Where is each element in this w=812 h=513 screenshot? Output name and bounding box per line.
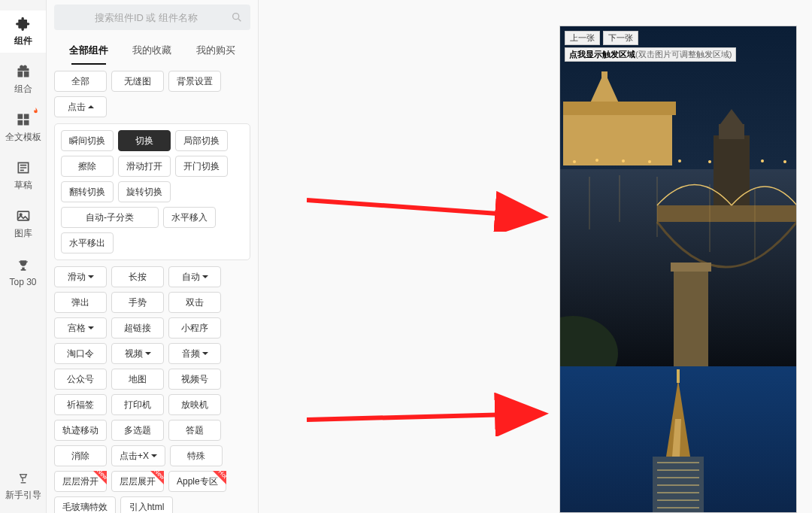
chip-label: 多选题 [124,424,151,437]
chip-c-0[interactable]: 滑动 [54,266,107,287]
chip-c-9[interactable]: 淘口令 [54,343,107,364]
chip-b-5[interactable]: 开门切换 [175,156,228,177]
rail-item-drafts[interactable]: 草稿 [0,155,46,197]
next-image-button[interactable]: 下一张 [603,31,638,45]
chip-c-4[interactable]: 手势 [111,292,164,313]
chip-label: 局部切换 [183,135,220,147]
chip-c-5[interactable]: 双击 [168,292,221,313]
chip-c-1[interactable]: 长按 [111,266,164,287]
chip-label: 背景设置 [177,75,213,88]
chip-c-15[interactable]: 祈福签 [54,394,107,415]
svg-rect-3 [23,120,29,126]
chip-c-19[interactable]: 多选题 [111,420,164,441]
svg-point-20 [708,160,711,163]
chip-c-7[interactable]: 超链接 [111,317,164,338]
chip-c-2[interactable]: 自动 [168,266,221,287]
preview-image-1[interactable] [560,26,796,366]
chip-c-16[interactable]: 打印机 [111,394,164,415]
rail-item-gallery[interactable]: 图库 [0,203,46,245]
category-group-b: 瞬间切换切换局部切换擦除滑动打开开门切换翻转切换旋转切换自动-子分类水平移入水平… [54,123,250,260]
tab-purchased[interactable]: 我的购买 [184,38,247,65]
chip-c-6[interactable]: 宫格 [54,317,107,338]
chip-label: 弹出 [71,296,89,309]
chip-c-17[interactable]: 放映机 [168,394,221,415]
search-input[interactable] [62,12,231,23]
rail-item-components[interactable]: 组件 [0,11,46,53]
svg-point-22 [761,159,764,162]
chip-label: 开门切换 [183,160,220,173]
rail-label: 组合 [14,83,32,96]
chip-label: 手势 [129,296,147,309]
chip-c-28[interactable]: 引入html [120,496,173,513]
rail-item-top30[interactable]: Top 30 [0,251,46,293]
component-side-panel: 全部组件 我的收藏 我的购买 全部 无缝图 背景设置 点击 瞬间切换切换局部切换… [47,0,259,513]
chip-b-6[interactable]: 翻转切换 [61,181,114,202]
chip-b-2[interactable]: 局部切换 [175,130,228,151]
chip-label: 轨迹移动 [62,424,98,437]
chevron-up-icon [86,102,94,112]
chip-c-11[interactable]: 音频 [168,343,221,364]
rail-label: 草稿 [14,179,32,192]
svg-rect-13 [601,71,607,87]
category-scroll[interactable]: 全部 无缝图 背景设置 点击 瞬间切换切换局部切换擦除滑动打开开门切换翻转切换旋… [47,65,258,513]
chip-label: 自动-子分类 [86,211,134,224]
prev-image-button[interactable]: 上一张 [565,31,600,45]
chip-seamless[interactable]: 无缝图 [111,71,164,92]
rail-item-guide[interactable]: 新手引导 [0,465,46,507]
svg-rect-27 [657,205,796,222]
chip-c-25[interactable]: 层层展开New [111,471,164,492]
tab-all-components[interactable]: 全部组件 [57,38,120,65]
left-icon-rail: 组件 组合 全文模板 草稿 图库 Top 30 [0,0,47,513]
chip-c-26[interactable]: Apple专区Hot [168,471,226,492]
chip-b-10[interactable]: 水平移出 [61,232,114,253]
chip-c-12[interactable]: 公众号 [54,369,107,390]
chip-c-14[interactable]: 视频号 [168,369,221,390]
svg-rect-0 [17,114,23,120]
chevron-down-icon [86,272,94,282]
chip-b-3[interactable]: 擦除 [61,156,114,177]
chip-c-3[interactable]: 弹出 [54,292,107,313]
chip-c-21[interactable]: 消除 [54,445,107,466]
rail-item-templates[interactable]: 全文模板 [0,107,46,149]
chip-c-23[interactable]: 特殊 [170,445,223,466]
rail-label: 全文模板 [5,131,41,144]
chip-c-10[interactable]: 视频 [111,343,164,364]
tab-favorites[interactable]: 我的收藏 [120,38,183,65]
preview-image-2[interactable] [560,366,796,513]
chip-b-4[interactable]: 滑动打开 [118,156,171,177]
btn-label: 上一张 [570,33,595,42]
svg-rect-25 [719,124,744,139]
search-icon [231,11,243,23]
chip-c-20[interactable]: 答题 [168,420,221,441]
chip-b-9[interactable]: 水平移入 [163,207,216,228]
svg-rect-49 [677,369,680,383]
chip-c-18[interactable]: 轨迹移动 [54,420,107,441]
chip-c-24[interactable]: 层层滑开New [54,471,107,492]
chip-label: 长按 [129,271,147,284]
rail-item-combos[interactable]: 组合 [0,59,46,101]
chip-label: Apple专区 [177,475,218,488]
chip-label: 翻转切换 [69,186,105,199]
chip-label: 淘口令 [67,348,94,360]
chip-b-7[interactable]: 旋转切换 [118,181,171,202]
chip-label: 消除 [71,450,89,463]
chip-b-0[interactable]: 瞬间切换 [61,130,114,151]
chip-label: 宫格 [68,322,86,335]
trigger-area-hint[interactable]: 点我显示触发区域 (双击图片可调整触发区域) [565,47,736,62]
svg-point-19 [678,159,681,162]
chevron-down-icon [86,323,94,333]
chip-c-13[interactable]: 地图 [111,369,164,390]
chip-b-8[interactable]: 自动-子分类 [61,207,159,228]
chip-c-22[interactable]: 点击+X [111,445,165,466]
chip-c-8[interactable]: 小程序 [168,317,221,338]
annotation-arrow-2 [307,391,555,436]
search-bar[interactable] [54,5,250,30]
chip-click[interactable]: 点击 [54,96,107,117]
chip-all[interactable]: 全部 [54,71,107,92]
tab-label: 全部组件 [69,44,108,56]
chip-bg-setting[interactable]: 背景设置 [168,71,221,92]
tab-label: 我的购买 [196,44,235,56]
chip-c-27[interactable]: 毛玻璃特效 [54,496,116,513]
chip-b-1[interactable]: 切换 [118,130,171,151]
chip-label: 擦除 [78,160,96,173]
